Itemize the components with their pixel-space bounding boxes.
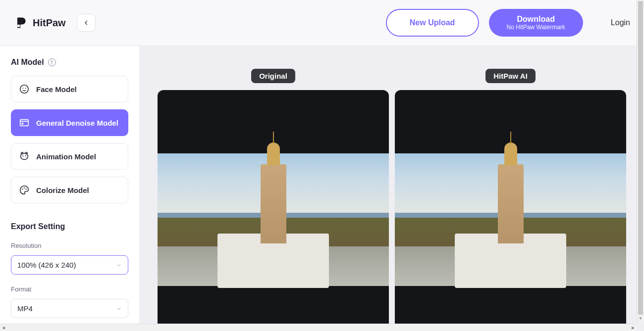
vertical-scrollbar[interactable]: ▼ xyxy=(637,0,644,322)
model-item-face[interactable]: Face Model xyxy=(11,76,128,102)
format-value: MP4 xyxy=(17,304,33,313)
svg-rect-4 xyxy=(20,120,29,126)
new-upload-button[interactable]: New Upload xyxy=(386,9,479,37)
resolution-value: 100% (426 x 240) xyxy=(17,261,76,269)
svg-point-0 xyxy=(17,25,20,27)
svg-point-10 xyxy=(26,152,28,154)
new-upload-label: New Upload xyxy=(410,18,455,27)
original-column: Original xyxy=(158,69,389,331)
scroll-right-arrow[interactable]: ▶ xyxy=(630,324,637,331)
ai-model-section-title: AI Model ! xyxy=(11,58,128,67)
model-item-denoise[interactable]: General Denoise Model xyxy=(11,109,128,136)
ai-column: HitPaw AI xyxy=(395,69,626,331)
export-section-title: Export Setting xyxy=(11,222,128,231)
original-video-panel[interactable] xyxy=(158,90,389,331)
model-item-colorize[interactable]: Colorize Model xyxy=(11,177,128,203)
horizontal-scrollbar[interactable]: ◀ ▶ xyxy=(0,324,637,331)
download-sublabel: No HitPaw Watermark xyxy=(507,24,565,31)
svg-point-2 xyxy=(22,88,23,89)
brand-name: HitPaw xyxy=(33,17,66,29)
scroll-left-arrow[interactable]: ◀ xyxy=(0,324,7,331)
sidebar: AI Model ! Face Model General Denoise Mo… xyxy=(0,46,140,331)
svg-point-11 xyxy=(22,189,23,189)
model-item-label: General Denoise Model xyxy=(36,119,118,127)
back-button[interactable] xyxy=(77,14,96,32)
login-link[interactable]: Login xyxy=(611,18,630,27)
svg-point-9 xyxy=(21,152,23,154)
model-item-label: Animation Model xyxy=(36,152,96,161)
format-select[interactable]: MP4 xyxy=(11,299,128,318)
original-badge: Original xyxy=(251,69,295,83)
model-item-label: Colorize Model xyxy=(36,186,89,194)
svg-point-12 xyxy=(24,188,25,189)
denoise-model-icon xyxy=(18,117,30,129)
resolution-label: Resolution xyxy=(11,242,128,249)
header: HitPaw New Upload Download No HitPaw Wat… xyxy=(0,0,644,46)
main-comparison-area: Original HitPaw AI xyxy=(140,46,644,331)
ai-model-title-text: AI Model xyxy=(11,58,44,67)
format-label: Format xyxy=(11,285,128,293)
vertical-scrollbar-thumb[interactable] xyxy=(638,1,643,315)
download-button[interactable]: Download No HitPaw Watermark xyxy=(489,9,583,37)
svg-point-13 xyxy=(26,189,27,189)
download-label: Download xyxy=(517,15,555,24)
animation-model-icon xyxy=(18,150,30,162)
ai-badge: HitPaw AI xyxy=(485,69,536,83)
colorize-model-icon xyxy=(18,184,30,196)
chevron-left-icon xyxy=(83,20,89,26)
svg-point-1 xyxy=(20,85,29,94)
face-model-icon xyxy=(18,83,30,95)
chevron-down-icon xyxy=(116,262,122,268)
svg-point-7 xyxy=(22,155,23,156)
login-label: Login xyxy=(611,18,630,27)
info-icon[interactable]: ! xyxy=(48,58,56,66)
brand: HitPaw xyxy=(14,16,66,30)
resolution-select[interactable]: 100% (426 x 240) xyxy=(11,255,128,275)
ai-video-panel[interactable] xyxy=(395,90,626,331)
model-list: Face Model General Denoise Model Animati… xyxy=(11,76,128,203)
chevron-down-icon xyxy=(116,306,122,312)
export-title-text: Export Setting xyxy=(11,222,65,231)
brand-logo-icon xyxy=(14,16,28,30)
model-item-animation[interactable]: Animation Model xyxy=(11,143,128,170)
svg-point-8 xyxy=(25,155,26,156)
svg-point-3 xyxy=(25,88,26,89)
model-item-label: Face Model xyxy=(36,85,77,94)
svg-rect-5 xyxy=(22,123,24,125)
scroll-down-arrow[interactable]: ▼ xyxy=(637,315,644,322)
